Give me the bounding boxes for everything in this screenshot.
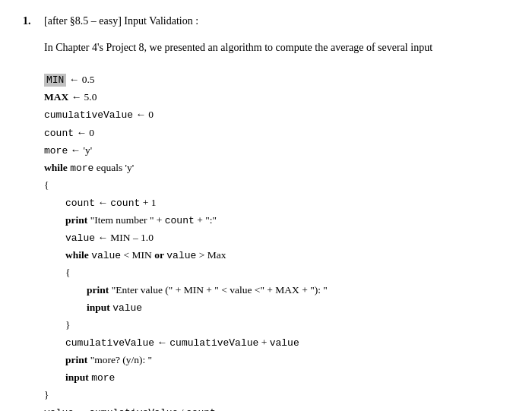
more-assignment: more (44, 145, 68, 156)
more-condition: more (70, 163, 93, 174)
min-keyword: MIN (44, 74, 66, 87)
question-description: In Chapter 4's Project 8, we presented a… (44, 40, 509, 56)
cumulative-value-assignment: cumulativeValue (44, 109, 133, 121)
code-line-18: input more (44, 369, 509, 387)
min-value: ← 0.5 (66, 74, 94, 85)
question-header: 1. [after §8.5 – easy] Input Validation … (23, 15, 509, 27)
code-line-15: } (44, 317, 509, 334)
code-line-17: print "more? (y/n): " (44, 352, 509, 369)
code-line-8: count ← count + 1 (44, 194, 509, 212)
code-line-10: value ← MIN – 1.0 (44, 229, 509, 247)
code-block: MIN ← 0.5 MAX ← 5.0 cumulativeValue ← 0 … (44, 71, 509, 411)
code-line-19: } (44, 387, 509, 404)
code-line-1: MIN ← 0.5 (44, 71, 509, 89)
code-line-13: print "Enter value (" + MIN + " < value … (44, 282, 509, 299)
code-line-6: while more equals 'y' (44, 160, 509, 177)
count-assignment: count (44, 128, 74, 139)
question-title: [after §8.5 – easy] Input Validation : (44, 15, 198, 27)
code-line-7: { (44, 177, 509, 194)
code-line-5: more ← 'y' (44, 142, 509, 160)
code-line-16: cumulativeValue ← cumulativeValue + valu… (44, 334, 509, 352)
code-line-3: cumulativeValue ← 0 (44, 106, 509, 124)
max-assignment: MAX ← 5.0 (44, 91, 97, 103)
code-line-4: count ← 0 (44, 125, 509, 142)
code-line-12: { (44, 264, 509, 282)
code-line-9: print "Item number " + count + ":" (44, 212, 509, 229)
question-number: 1. (23, 15, 38, 27)
question-container: 1. [after §8.5 – easy] Input Validation … (23, 15, 509, 411)
code-line-14: input value (44, 299, 509, 317)
code-line-20: value ← cumulativeValue / count (44, 404, 509, 411)
code-line-2: MAX ← 5.0 (44, 89, 509, 106)
code-line-11: while value < MIN or value > Max (44, 247, 509, 264)
